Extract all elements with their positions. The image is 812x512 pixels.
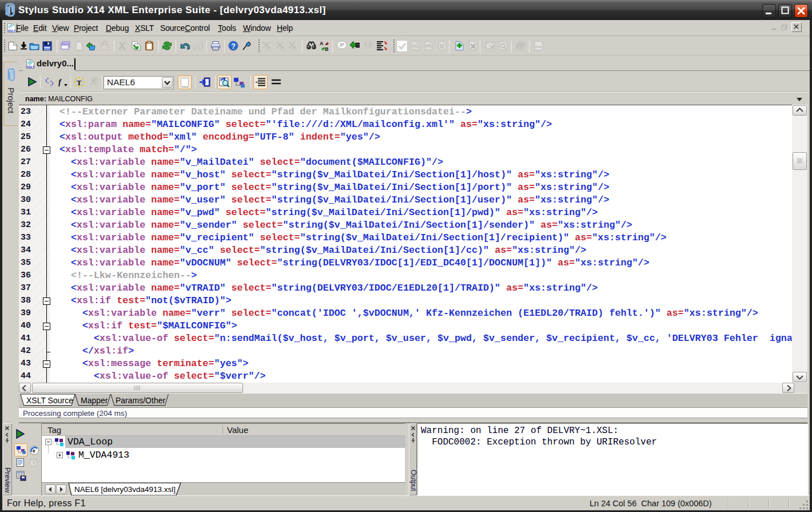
svg-text:XSLT: XSLT xyxy=(8,29,16,33)
svg-text:A: A xyxy=(320,41,324,46)
svg-text:XSLT: XSLT xyxy=(27,65,35,69)
svg-text:T: T xyxy=(77,78,82,87)
svg-text:B: B xyxy=(325,46,329,51)
svg-text:exe: exe xyxy=(535,45,542,49)
svg-text:?: ? xyxy=(231,42,236,50)
svg-text:e: e xyxy=(33,447,35,454)
svg-text:f: f xyxy=(58,77,62,86)
